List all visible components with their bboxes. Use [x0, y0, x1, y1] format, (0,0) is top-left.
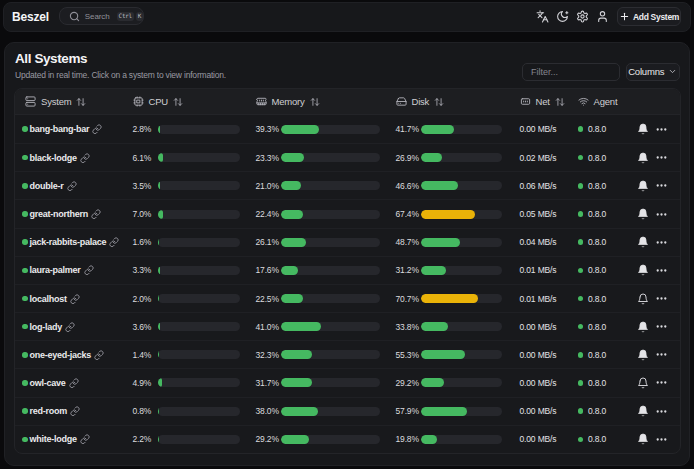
row-menu-button[interactable]: [654, 404, 668, 418]
system-row[interactable]: double-r 3.5% 21.0% 46.6% 0.06 MB/s 0.8.…: [15, 171, 680, 199]
memory-cell: 41.0%: [249, 322, 389, 332]
disk-meter: [421, 435, 502, 444]
row-menu-button[interactable]: [654, 207, 668, 221]
alerts-button[interactable]: [636, 348, 649, 362]
alerts-button[interactable]: [636, 151, 649, 165]
actions-cell: [629, 348, 680, 362]
agent-version: 0.8.0: [588, 153, 606, 163]
disk-value: 29.2%: [396, 378, 417, 388]
system-row[interactable]: laura-palmer 3.3% 17.6% 31.2% 0.01 MB/s …: [15, 256, 680, 284]
row-menu-button[interactable]: [654, 179, 668, 193]
alerts-button[interactable]: [636, 179, 649, 193]
memory-cell: 23.3%: [249, 153, 389, 163]
search-button[interactable]: Search Ctrl K: [59, 7, 144, 25]
column-header-agent[interactable]: Agent: [570, 96, 630, 107]
user-menu-button[interactable]: [593, 7, 613, 27]
filter-input[interactable]: [522, 63, 620, 81]
alerts-button[interactable]: [636, 207, 649, 221]
row-menu-button[interactable]: [654, 122, 668, 136]
net-cell: 0.00 MB/s: [511, 350, 570, 360]
cpu-value: 4.9%: [133, 378, 154, 388]
net-value: 0.00 MB/s: [520, 322, 557, 332]
memory-meter: [281, 210, 380, 219]
system-row[interactable]: log-lady 3.6% 41.0% 33.8% 0.00 MB/s 0.8.…: [15, 312, 680, 340]
system-row[interactable]: bang-bang-bar 2.8% 39.3% 41.7% 0.00 MB/s…: [15, 115, 680, 143]
alerts-button[interactable]: [636, 122, 649, 136]
link-icon: [65, 322, 75, 332]
system-row[interactable]: localhost 2.0% 22.5% 70.7% 0.01 MB/s 0.8…: [15, 284, 680, 312]
harddrive-icon: [396, 96, 407, 107]
agent-cell: 0.8.0: [570, 237, 630, 247]
status-dot: [22, 126, 28, 132]
column-header-memory[interactable]: Memory: [249, 96, 389, 107]
system-name: double-r: [30, 181, 64, 191]
brand-logo[interactable]: Beszel: [12, 10, 49, 24]
column-header-disk[interactable]: Disk: [389, 96, 511, 107]
row-menu-button[interactable]: [654, 263, 668, 277]
actions-cell: [629, 151, 680, 165]
agent-version: 0.8.0: [588, 322, 606, 332]
settings-button[interactable]: [573, 7, 593, 27]
system-cell: jack-rabbits-palace: [15, 237, 126, 247]
alerts-button[interactable]: [636, 404, 649, 418]
alerts-button[interactable]: [636, 432, 649, 446]
memory-value: 29.2%: [256, 434, 277, 444]
system-row[interactable]: red-room 0.8% 38.0% 57.9% 0.00 MB/s 0.8.…: [15, 397, 680, 425]
row-menu-button[interactable]: [654, 348, 668, 362]
system-name: laura-palmer: [30, 265, 81, 275]
columns-button[interactable]: Columns: [626, 63, 680, 81]
disk-cell: 31.2%: [389, 265, 511, 275]
card-header: All Systems Updated in real time. Click …: [5, 43, 689, 89]
row-menu-button[interactable]: [654, 432, 668, 446]
row-menu-button[interactable]: [654, 292, 668, 306]
navbar: Beszel Search Ctrl K: [3, 2, 691, 32]
memory-value: 17.6%: [256, 265, 277, 275]
sort-icon: [173, 97, 183, 107]
column-header-system[interactable]: System: [15, 96, 126, 107]
add-system-button[interactable]: Add System: [617, 7, 681, 26]
system-row[interactable]: white-lodge 2.2% 29.2% 19.8% 0.00 MB/s 0…: [15, 425, 680, 453]
column-header-net[interactable]: Net: [511, 96, 570, 107]
row-menu-button[interactable]: [654, 151, 668, 165]
net-cell: 0.01 MB/s: [511, 294, 570, 304]
cpu-value: 1.6%: [133, 237, 154, 247]
sort-icon: [310, 97, 320, 107]
disk-cell: 46.6%: [389, 181, 511, 191]
bell-icon: [637, 152, 649, 164]
language-button[interactable]: [533, 7, 553, 27]
ellipsis-icon: [655, 208, 668, 221]
cpu-cell: 2.0%: [126, 294, 249, 304]
alerts-button[interactable]: [636, 292, 649, 306]
gear-icon: [576, 10, 589, 23]
row-menu-button[interactable]: [654, 235, 668, 249]
system-cell: red-room: [15, 406, 126, 416]
system-row[interactable]: owl-cave 4.9% 31.7% 29.2% 0.00 MB/s 0.8.…: [15, 368, 680, 396]
bell-icon: [637, 377, 649, 389]
system-row[interactable]: black-lodge 6.1% 23.3% 26.9% 0.02 MB/s 0…: [15, 143, 680, 171]
memory-meter: [281, 125, 380, 134]
system-row[interactable]: one-eyed-jacks 1.4% 32.3% 55.3% 0.00 MB/…: [15, 340, 680, 368]
link-icon: [92, 124, 102, 134]
system-row[interactable]: jack-rabbits-palace 1.6% 26.1% 48.7% 0.0…: [15, 228, 680, 256]
alerts-button[interactable]: [636, 263, 649, 277]
column-label: CPU: [149, 96, 168, 107]
agent-version: 0.8.0: [588, 294, 606, 304]
disk-meter: [421, 378, 502, 387]
disk-value: 48.7%: [396, 237, 417, 247]
memory-meter: [281, 266, 380, 275]
theme-toggle-button[interactable]: [553, 7, 573, 27]
row-menu-button[interactable]: [654, 320, 668, 334]
system-row[interactable]: great-northern 7.0% 22.4% 67.4% 0.05 MB/…: [15, 199, 680, 227]
agent-cell: 0.8.0: [570, 322, 630, 332]
alerts-button[interactable]: [636, 235, 649, 249]
bell-icon: [637, 349, 649, 361]
row-menu-button[interactable]: [654, 376, 668, 390]
column-header-cpu[interactable]: CPU: [126, 96, 249, 107]
alerts-button[interactable]: [636, 376, 649, 390]
memory-meter: [281, 238, 380, 247]
actions-cell: [629, 207, 680, 221]
actions-cell: [629, 404, 680, 418]
agent-version: 0.8.0: [588, 378, 606, 388]
ellipsis-icon: [655, 179, 668, 192]
alerts-button[interactable]: [636, 320, 649, 334]
